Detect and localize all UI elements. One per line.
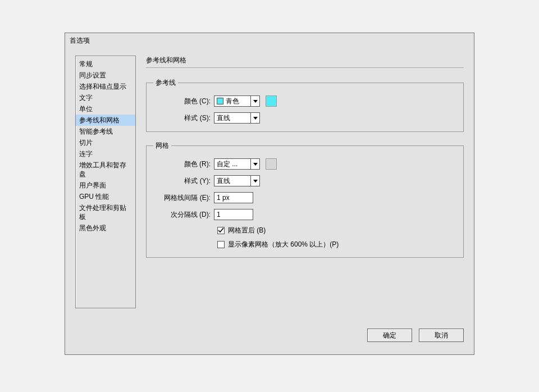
guides-color-value: 青色	[226, 96, 250, 106]
show-pixel-grid-label: 显示像素网格（放大 600% 以上）(P)	[228, 240, 339, 249]
grid-legend: 网格	[153, 141, 171, 151]
grid-color-label: 颜色 (R):	[153, 159, 214, 169]
sidebar-item-slices[interactable]: 切片	[76, 137, 135, 148]
grid-color-swatch[interactable]	[266, 158, 277, 170]
sidebar-item-sync[interactable]: 同步设置	[76, 70, 135, 81]
grids-in-back-checkbox[interactable]	[217, 227, 225, 234]
guides-color-label: 颜色 (C):	[153, 97, 214, 106]
grid-style-label: 样式 (Y):	[153, 176, 214, 186]
grid-color-value: 自定 ...	[217, 159, 250, 169]
chevron-down-icon	[250, 176, 259, 186]
grid-style-dropdown[interactable]: 直线	[214, 175, 260, 186]
sidebar-item-black-appearance[interactable]: 黑色外观	[76, 222, 135, 234]
guides-legend: 参考线	[153, 78, 178, 88]
sidebar-item-smart-guides[interactable]: 智能参考线	[76, 126, 135, 137]
guides-color-swatch[interactable]	[266, 95, 277, 107]
grid-style-value: 直线	[217, 176, 250, 186]
guides-style-dropdown[interactable]: 直线	[214, 112, 260, 124]
sidebar-item-ui[interactable]: 用户界面	[76, 180, 135, 191]
subdivisions-label: 次分隔线 (D):	[153, 210, 214, 220]
guides-style-label: 样式 (S):	[153, 113, 214, 123]
ok-button[interactable]: 确定	[367, 329, 412, 342]
gridline-every-input[interactable]	[214, 192, 253, 203]
guides-color-dropdown[interactable]: 青色	[214, 95, 260, 107]
sidebar-item-guides-grid[interactable]: 参考线和网格	[76, 115, 135, 126]
grid-group: 网格 颜色 (R): 自定 ... 样式 (Y): 直线	[146, 141, 464, 258]
subdivisions-input[interactable]	[214, 209, 253, 220]
cancel-button[interactable]: 取消	[419, 329, 464, 342]
sidebar-item-gpu[interactable]: GPU 性能	[76, 191, 135, 202]
chevron-down-icon	[250, 159, 259, 169]
sidebar-item-plugins-scratch[interactable]: 增效工具和暂存盘	[76, 159, 135, 180]
sidebar-item-selection-anchor[interactable]: 选择和锚点显示	[76, 81, 135, 92]
category-sidebar: 常规 同步设置 选择和锚点显示 文字 单位 参考线和网格 智能参考线 切片 连字…	[75, 56, 136, 308]
dialog-title: 首选项	[65, 33, 474, 48]
panel-content: 参考线和网格 参考线 颜色 (C): 青色 样式 (S): 直线	[146, 56, 464, 315]
chevron-down-icon	[250, 96, 259, 106]
guides-style-value: 直线	[217, 113, 250, 123]
guides-group: 参考线 颜色 (C): 青色 样式 (S): 直线	[146, 78, 464, 132]
sidebar-item-hyphenation[interactable]: 连字	[76, 148, 135, 159]
sidebar-item-general[interactable]: 常规	[76, 58, 135, 70]
sidebar-item-type[interactable]: 文字	[76, 92, 135, 103]
panel-title: 参考线和网格	[146, 56, 464, 68]
guides-color-swatch-icon	[217, 98, 223, 104]
gridline-every-label: 网格线间隔 (E):	[153, 193, 214, 203]
show-pixel-grid-checkbox[interactable]	[217, 241, 225, 248]
sidebar-item-file-clipboard[interactable]: 文件处理和剪贴板	[76, 202, 135, 222]
sidebar-item-units[interactable]: 单位	[76, 103, 135, 115]
grids-in-back-label: 网格置后 (B)	[228, 226, 266, 235]
grid-color-dropdown[interactable]: 自定 ...	[214, 158, 260, 170]
dialog-buttons: 确定 取消	[367, 329, 464, 342]
chevron-down-icon	[250, 113, 259, 123]
preferences-dialog: 首选项 常规 同步设置 选择和锚点显示 文字 单位 参考线和网格 智能参考线 切…	[65, 33, 474, 355]
